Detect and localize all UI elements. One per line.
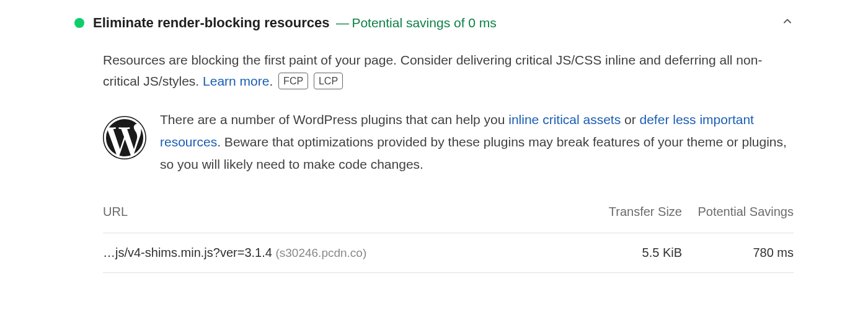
description-period: . <box>269 74 273 88</box>
inline-critical-assets-link[interactable]: inline critical assets <box>508 112 621 127</box>
audit-details: Resources are blocking the first paint o… <box>74 37 794 273</box>
table-row: …js/v4-shims.min.js?ver=3.1.4 (s30246.pc… <box>103 233 794 273</box>
audit-title: Eliminate render-blocking resources <box>93 15 329 30</box>
header-potential-savings: Potential Savings <box>682 205 794 219</box>
cell-potential-savings: 780 ms <box>682 246 794 260</box>
resources-table: URL Transfer Size Potential Savings …js/… <box>103 196 794 273</box>
learn-more-link[interactable]: Learn more <box>203 74 269 88</box>
chevron-up-icon[interactable] <box>781 15 794 31</box>
description-text: Resources are blocking the first paint o… <box>103 53 762 88</box>
wp-text-part1: There are a number of WordPress plugins … <box>160 112 508 127</box>
metric-tag-fcp: FCP <box>278 73 308 90</box>
header-url: URL <box>103 205 570 219</box>
wordpress-tip: There are a number of WordPress plugins … <box>103 109 794 175</box>
audit-header[interactable]: Eliminate render-blocking resources — Po… <box>74 10 794 37</box>
wordpress-icon <box>103 116 146 159</box>
audit-savings-label: Potential savings of 0 ms <box>352 16 496 30</box>
savings-separator: — <box>336 16 349 30</box>
table-header-row: URL Transfer Size Potential Savings <box>103 196 794 233</box>
wp-text-part2: or <box>621 112 639 127</box>
audit-description: Resources are blocking the first paint o… <box>103 50 794 91</box>
url-domain: (s30246.pcdn.co) <box>275 246 366 259</box>
status-dot-pass-icon <box>74 18 84 28</box>
wp-text-part3: . Beware that optimizations provided by … <box>160 135 787 171</box>
wordpress-tip-text: There are a number of WordPress plugins … <box>160 109 794 175</box>
url-path: …js/v4-shims.min.js?ver=3.1.4 <box>103 246 272 259</box>
header-transfer-size: Transfer Size <box>570 205 682 219</box>
metric-tag-lcp: LCP <box>314 73 343 90</box>
cell-url: …js/v4-shims.min.js?ver=3.1.4 (s30246.pc… <box>103 246 570 260</box>
cell-transfer-size: 5.5 KiB <box>570 246 682 260</box>
